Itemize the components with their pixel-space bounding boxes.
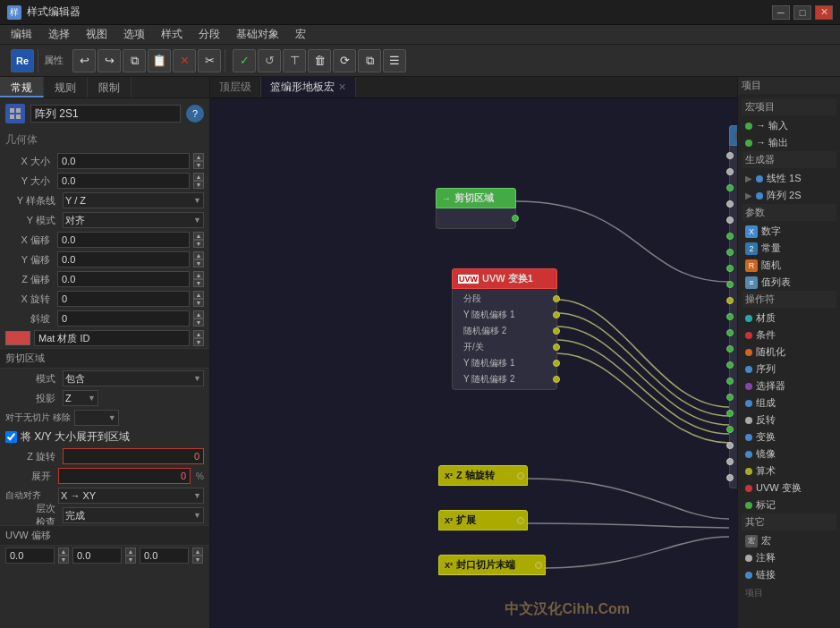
- cliparea-port[interactable]: [726, 184, 734, 191]
- copy2-button[interactable]: ⧉: [358, 49, 381, 72]
- rp-item-comment[interactable]: 注释: [742, 549, 836, 566]
- auto-align-dropdown[interactable]: X → XY▼: [58, 488, 204, 504]
- y-size-spinner[interactable]: ▲▼: [193, 173, 204, 189]
- proj-dropdown[interactable]: Z▼: [63, 390, 98, 406]
- x-size-input[interactable]: [57, 153, 190, 169]
- expand-node[interactable]: X² 扩展: [438, 510, 528, 530]
- starttop-port[interactable]: [726, 313, 734, 320]
- endtop-port[interactable]: [726, 329, 734, 336]
- sync-button[interactable]: ⟳: [333, 49, 356, 72]
- help-button[interactable]: ?: [186, 105, 204, 123]
- uvw-y-input[interactable]: [72, 547, 122, 564]
- startbot-port[interactable]: [726, 345, 734, 352]
- uvw-x-spinner[interactable]: ▲▼: [58, 547, 69, 564]
- uvw-switch-port[interactable]: [553, 344, 560, 351]
- mat-spinner[interactable]: ▲▼: [193, 330, 204, 346]
- xangle-port[interactable]: [726, 297, 734, 304]
- menu-segment[interactable]: 分段: [191, 25, 227, 44]
- menu-style[interactable]: 样式: [154, 25, 190, 44]
- menu-select[interactable]: 选择: [41, 25, 77, 44]
- rp-item-sequence[interactable]: 序列: [742, 361, 836, 378]
- rp-item-const[interactable]: 2 常量: [742, 240, 836, 257]
- layer-dropdown[interactable]: 完成▼: [63, 507, 204, 523]
- uvw-yr1-port[interactable]: [553, 311, 560, 318]
- re-button[interactable]: Re: [11, 49, 34, 72]
- rp-item-uvw[interactable]: UVW 变换: [742, 479, 836, 496]
- uvw-segment-port[interactable]: [553, 295, 560, 302]
- rp-item-mark[interactable]: 标记: [742, 496, 836, 513]
- x-offset-input[interactable]: [57, 232, 190, 248]
- xspline-port[interactable]: [726, 152, 734, 159]
- rp-item-linear1s[interactable]: ▶ 线性 1S: [742, 170, 836, 187]
- delete-button[interactable]: ✕: [173, 49, 196, 72]
- uvw-r2-port[interactable]: [553, 327, 560, 335]
- ext-port[interactable]: [726, 458, 734, 465]
- menu-options[interactable]: 选项: [116, 25, 152, 44]
- rp-item-vallist[interactable]: ≡ 值列表: [742, 274, 836, 291]
- paste-button[interactable]: 📋: [148, 49, 171, 72]
- z-rot-input[interactable]: [63, 448, 204, 464]
- xy-size-checkbox[interactable]: [5, 431, 17, 443]
- slope-input[interactable]: [57, 310, 190, 327]
- confirm-button[interactable]: ✓: [233, 49, 256, 72]
- uniform-port[interactable]: [726, 394, 734, 401]
- clip-output-port[interactable]: [512, 215, 519, 222]
- expand-output-port[interactable]: [517, 517, 524, 524]
- xuniform-port[interactable]: [726, 378, 734, 385]
- seal-node[interactable]: X² 封口切片末端: [438, 555, 546, 575]
- rp-item-input[interactable]: → 输入: [742, 117, 836, 134]
- uvw-y-spinner[interactable]: ▲▼: [125, 547, 136, 564]
- rp-item-number[interactable]: X 数字: [742, 223, 836, 240]
- xmark-port[interactable]: [726, 410, 734, 417]
- rp-item-material[interactable]: 材质: [742, 310, 836, 327]
- minimize-button[interactable]: ─: [772, 5, 790, 20]
- yspline-port[interactable]: [726, 168, 734, 175]
- uvw-yr1b-port[interactable]: [553, 360, 560, 367]
- trash-button[interactable]: 🗑: [308, 49, 331, 72]
- close-button[interactable]: ✕: [815, 5, 833, 20]
- expand-input[interactable]: [58, 468, 191, 484]
- default-port[interactable]: [726, 216, 734, 224]
- end-port[interactable]: [726, 249, 734, 256]
- clip-mode-dropdown[interactable]: 包含▼: [63, 370, 204, 386]
- rp-item-selector[interactable]: 选择器: [742, 378, 836, 395]
- endbot-port[interactable]: [726, 361, 734, 369]
- rp-item-output[interactable]: → 输出: [742, 134, 836, 151]
- zrot-node[interactable]: X² Z 轴旋转: [438, 465, 528, 486]
- slope-spinner[interactable]: ▲▼: [193, 310, 204, 327]
- seal-port[interactable]: [726, 474, 734, 481]
- prop-name-input[interactable]: [30, 105, 181, 123]
- reset-button[interactable]: ↺: [258, 49, 281, 72]
- rp-item-condition[interactable]: 条件: [742, 327, 836, 344]
- y-size-input[interactable]: [57, 173, 190, 189]
- y-strip-dropdown[interactable]: Y / Z▼: [63, 192, 204, 208]
- redo-button[interactable]: ↪: [98, 49, 121, 72]
- menu-view[interactable]: 视图: [79, 25, 115, 44]
- ymark-port[interactable]: [726, 426, 734, 433]
- x-size-spinner[interactable]: ▲▼: [193, 153, 204, 169]
- menu-base-object[interactable]: 基础对象: [229, 25, 286, 44]
- zrot-port[interactable]: [726, 442, 734, 449]
- rp-item-invert[interactable]: 反转: [742, 412, 836, 429]
- z-offset-spinner[interactable]: ▲▼: [193, 271, 204, 287]
- rp-item-randomize[interactable]: 随机化: [742, 344, 836, 361]
- menu-macro[interactable]: 宏: [288, 25, 313, 44]
- clip-node[interactable]: → 剪切区域: [436, 188, 516, 229]
- z-offset-input[interactable]: [57, 271, 190, 287]
- undo-button[interactable]: ↩: [72, 49, 96, 72]
- rp-item-arith[interactable]: 算术: [742, 463, 836, 479]
- bar-button[interactable]: ⊤: [283, 49, 306, 72]
- uvw-node[interactable]: UVW UVW 变换1 分段 Y 随机偏移 1 随机偏移 2: [452, 268, 557, 390]
- y-offset-spinner[interactable]: ▲▼: [193, 251, 204, 267]
- seal-output-port[interactable]: [535, 562, 542, 569]
- mat-color-swatch[interactable]: [5, 331, 30, 345]
- y-mode-dropdown[interactable]: 对齐▼: [63, 212, 204, 228]
- rp-item-compose[interactable]: 组成: [742, 395, 836, 412]
- rp-item-array2s[interactable]: ▶ 阵列 2S: [742, 187, 836, 204]
- cut-button[interactable]: ✂: [198, 49, 221, 72]
- start-port[interactable]: [726, 233, 734, 240]
- x-rot-spinner[interactable]: ▲▼: [193, 291, 204, 307]
- uvw-x-input[interactable]: [5, 547, 55, 564]
- node-graph[interactable]: → 剪切区域 UVW UVW 变换1 分段: [210, 98, 737, 628]
- tab-rules[interactable]: 规则: [44, 77, 88, 98]
